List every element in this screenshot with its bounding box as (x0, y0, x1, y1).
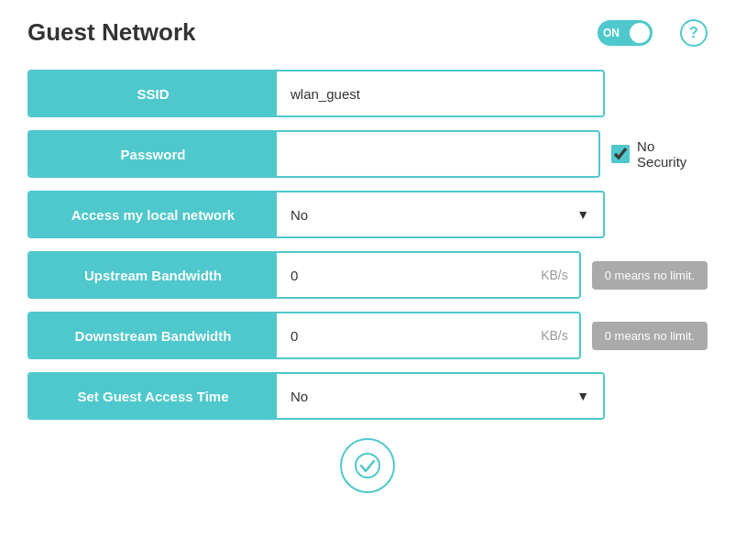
toggle-label: ON (603, 27, 620, 39)
toggle-container[interactable]: ON (598, 20, 653, 46)
downstream-bandwidth-row: Downstream Bandwidth KB/s 0 means no lim… (27, 312, 708, 359)
no-security-checkbox[interactable] (611, 145, 630, 163)
password-row: Password No Security (27, 130, 708, 178)
guest-access-time-field-group: Set Guest Access Time No Yes ▼ (27, 372, 605, 420)
guest-access-time-select-wrapper: No Yes ▼ (277, 374, 603, 418)
password-field-group: Password (27, 130, 600, 178)
access-local-network-row: Access my local network No Yes ▼ (27, 191, 708, 238)
access-local-network-select[interactable]: No Yes (277, 192, 603, 236)
toggle-knob (630, 23, 650, 43)
guest-access-time-label: Set Guest Access Time (29, 374, 277, 418)
access-local-network-label: Access my local network (29, 192, 277, 236)
upstream-bandwidth-input[interactable] (277, 253, 530, 297)
save-button-container (27, 438, 708, 493)
access-local-network-field-group: Access my local network No Yes ▼ (27, 191, 605, 238)
no-security-wrapper: No Security (611, 138, 708, 170)
downstream-bandwidth-hint: 0 means no limit. (592, 322, 708, 350)
no-security-label: No Security (637, 138, 708, 170)
downstream-bandwidth-unit: KB/s (530, 313, 579, 357)
guest-access-time-row: Set Guest Access Time No Yes ▼ (27, 372, 708, 420)
page-title: Guest Network (27, 18, 598, 47)
upstream-bandwidth-row: Upstream Bandwidth KB/s 0 means no limit… (27, 251, 708, 299)
upstream-bandwidth-unit: KB/s (530, 253, 579, 297)
upstream-bandwidth-field-group: Upstream Bandwidth KB/s (27, 251, 581, 299)
guest-network-toggle[interactable]: ON (598, 20, 653, 46)
ssid-field-group: SSID (27, 70, 605, 117)
checkmark-icon (355, 453, 380, 478)
help-icon[interactable]: ? (680, 19, 708, 47)
ssid-input[interactable] (277, 71, 603, 115)
save-button[interactable] (340, 438, 395, 493)
upstream-bandwidth-hint: 0 means no limit. (592, 261, 708, 290)
password-label: Password (29, 132, 277, 176)
upstream-bandwidth-label: Upstream Bandwidth (29, 253, 277, 297)
ssid-label: SSID (29, 71, 277, 115)
svg-point-0 (356, 454, 379, 478)
access-local-network-select-wrapper: No Yes ▼ (277, 192, 603, 236)
downstream-bandwidth-field-group: Downstream Bandwidth KB/s (27, 312, 581, 359)
downstream-bandwidth-label: Downstream Bandwidth (29, 313, 277, 357)
guest-access-time-select[interactable]: No Yes (277, 374, 603, 418)
ssid-row: SSID (27, 70, 708, 117)
password-input[interactable] (277, 132, 598, 176)
downstream-bandwidth-input[interactable] (277, 313, 530, 357)
header: Guest Network ON ? (27, 18, 708, 47)
